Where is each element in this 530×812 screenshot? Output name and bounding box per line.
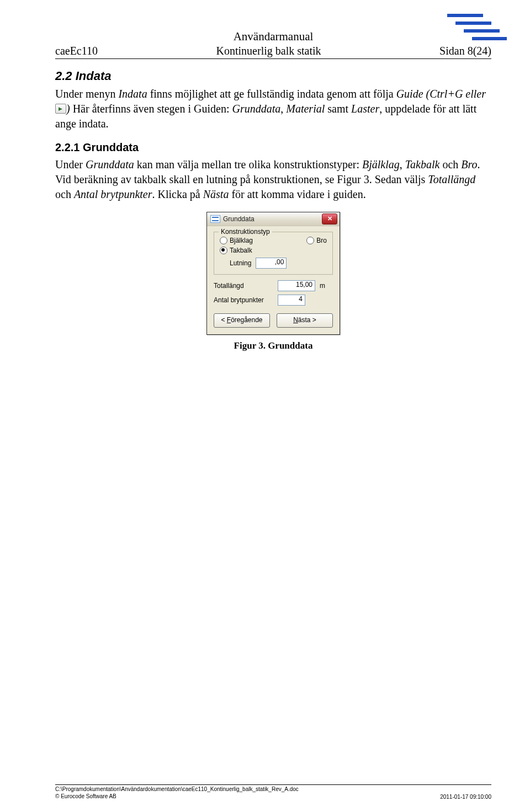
brand-logo (442, 10, 508, 45)
radio-takbalk[interactable]: Takbalk (220, 247, 327, 254)
header-meta-row: caeEc110 Kontinuerlig balk statik Sidan … (55, 45, 491, 59)
dialog-title: Grunddata (223, 215, 255, 223)
lutning-label: Lutning (230, 259, 251, 267)
page-number: Sidan 8(24) (439, 45, 491, 57)
brytpunkter-input[interactable]: 4 (278, 295, 305, 306)
radio-icon (220, 237, 227, 244)
figure-caption: Figur 3. Grunddata (234, 340, 313, 351)
page-footer: C:\Programdokumentation\Användardokument… (55, 784, 491, 800)
app-icon (210, 215, 220, 223)
figure-3: Grunddata ✕ Konstruktionstyp Bjälklag (55, 212, 491, 351)
section-2-2-1-paragraph: Under Grunddata kan man välja mellan tre… (55, 157, 491, 202)
section-2-2-paragraph: Under menyn Indata finns möjlighet att g… (55, 87, 491, 131)
construction-type-group: Konstruktionstyp Bjälklag Bro Ta (214, 232, 333, 275)
radio-bro[interactable]: Bro (306, 237, 327, 244)
totallangd-label: Totallängd (214, 282, 274, 290)
footer-timestamp: 2011-01-17 09:10:00 (440, 794, 491, 800)
dialog-titlebar[interactable]: Grunddata ✕ (207, 212, 340, 226)
previous-button[interactable]: < Föregående (214, 313, 270, 328)
doc-id: caeEc110 (55, 45, 98, 57)
doc-subject: Kontinuerlig balk statik (216, 45, 321, 57)
footer-copyright: © Eurocode Software AB (55, 793, 299, 800)
totallangd-unit: m (320, 282, 325, 290)
group-legend: Konstruktionstyp (219, 228, 272, 236)
close-button[interactable]: ✕ (322, 213, 337, 225)
footer-path: C:\Programdokumentation\Användardokument… (55, 786, 299, 793)
document-page: Användarmanual caeEc110 Kontinuerlig bal… (0, 0, 530, 812)
totallangd-input[interactable]: 15,00 (278, 280, 315, 291)
next-button[interactable]: Nästa > (277, 313, 333, 328)
section-2-2-heading: 2.2 Indata (55, 69, 491, 83)
brytpunkter-label: Antal brytpunkter (214, 296, 274, 304)
lutning-input[interactable]: ,00 (256, 258, 287, 269)
radio-bjalklag[interactable]: Bjälklag (220, 237, 253, 244)
play-icon (55, 104, 66, 114)
radio-icon (220, 247, 227, 254)
radio-icon (306, 237, 314, 244)
manual-title: Användarmanual (55, 30, 491, 44)
section-2-2-1-heading: 2.2.1 Grunddata (55, 141, 491, 154)
grunddata-dialog: Grunddata ✕ Konstruktionstyp Bjälklag (206, 212, 340, 335)
dialog-body: Konstruktionstyp Bjälklag Bro Ta (207, 226, 340, 334)
close-icon: ✕ (327, 215, 332, 222)
